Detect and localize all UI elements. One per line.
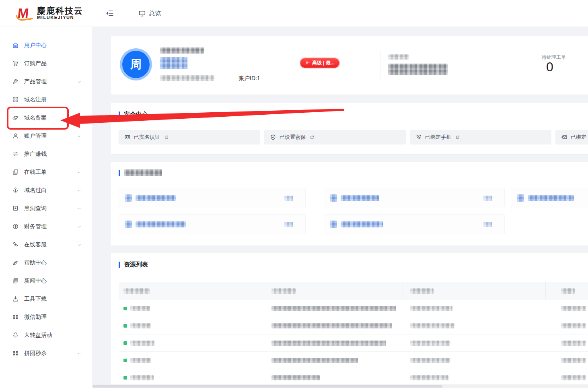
quick-link-icon-redacted [330, 221, 337, 228]
sidebar-item-11[interactable]: 在线客服 [0, 235, 92, 254]
user-icon [12, 132, 19, 139]
sidebar-item-label: 帮助中心 [24, 259, 47, 266]
avatar-initial: 周 [122, 51, 150, 78]
sidebar-item-label: 大转盘活动 [24, 332, 52, 339]
sidebar-item-0[interactable]: 用户中心 [0, 36, 92, 54]
security-item-2[interactable]: 已绑定手机 [410, 130, 551, 144]
horizontal-scrollbar-thumb[interactable] [93, 385, 442, 388]
security-item-label: 已实名认证 [134, 134, 160, 141]
chevron-down-icon [77, 206, 82, 211]
title-accent-bar [119, 262, 120, 268]
sidebar-item-10[interactable]: 财务管理 [0, 217, 92, 235]
sidebar-collapse-icon[interactable] [105, 9, 114, 18]
grid-solid-icon [12, 350, 19, 357]
level-badge-label: 高级 | 最... [312, 60, 335, 66]
horizontal-scrollbar[interactable] [93, 384, 588, 388]
resource-name-cell [119, 317, 264, 334]
title-accent-bar [119, 111, 120, 118]
security-item-label: 已设置密保 [280, 134, 306, 141]
table-header-cell-redacted [264, 282, 403, 300]
sidebar-item-7[interactable]: 在线工单 [0, 163, 92, 181]
security-item-0[interactable]: 已实名认证 [119, 130, 260, 144]
dollar-icon [12, 223, 19, 230]
resource-list-title: 资源列表 [124, 261, 148, 268]
sidebar-item-3[interactable]: 域名注册 [0, 91, 92, 109]
security-item-1[interactable]: 已设置密保 [264, 130, 406, 144]
resource-detail-cell [264, 334, 403, 351]
sidebar-item-13[interactable]: 新闻中心 [0, 272, 92, 290]
mail-icon [561, 134, 567, 140]
sidebar-item-label: 域名过白 [24, 187, 47, 194]
phone-call-icon [415, 134, 422, 140]
table-row[interactable]: 件 [119, 369, 588, 386]
sidebar-item-17[interactable]: 拼团秒杀 [0, 344, 92, 362]
security-item-3[interactable]: 已绑定 [555, 130, 588, 144]
divider [531, 50, 531, 78]
sidebar-item-label: 域名注册 [24, 96, 47, 103]
sidebar-item-label: 账户管理 [24, 132, 47, 140]
pending-tickets-value[interactable]: 0 [546, 60, 553, 74]
table-row[interactable]: 件 [119, 317, 588, 334]
sidebar-item-16[interactable]: 大转盘活动 [0, 326, 92, 344]
contact-label-redacted [388, 54, 409, 60]
sidebar-item-15[interactable]: 微信助理 [0, 308, 92, 326]
service-icon [12, 241, 19, 248]
security-item-label: 已绑定 [571, 134, 586, 141]
anchor-icon [12, 187, 19, 194]
resource-detail-cell [264, 352, 403, 369]
avatar[interactable]: 周 [120, 48, 152, 80]
news-icon [12, 277, 19, 284]
brand-name-cn: 麋鹿科技云 [37, 6, 83, 15]
security-item-label: 已绑定手机 [425, 134, 451, 141]
table-header-cell-redacted [546, 282, 588, 300]
quick-links-card [111, 162, 588, 246]
table-header-cell-redacted [119, 282, 264, 300]
status-dot [123, 307, 127, 310]
quick-link-text-redacted [136, 221, 186, 227]
resource-date-cell [403, 317, 546, 334]
sidebar-item-label: 黑洞查询 [24, 205, 47, 212]
quick-link-redacted[interactable] [324, 214, 505, 234]
quick-link-redacted[interactable] [119, 188, 306, 208]
brand-logo-icon: M [16, 5, 34, 21]
resource-table: 件件件件件 [119, 282, 588, 386]
sidebar-item-12[interactable]: 帮助中心 [0, 254, 92, 272]
quick-link-redacted[interactable] [324, 188, 505, 208]
chevron-down-icon [77, 188, 82, 193]
sidebar-item-14[interactable]: 工具下载 [0, 290, 92, 308]
resource-name-cell [119, 369, 264, 386]
sidebar-item-label: 在线工单 [24, 169, 47, 176]
planet-icon [12, 114, 19, 121]
main-content: 周 账户ID:1 高级 | 最... 待处理工单 0 安全中心 已实名认证已设置… [93, 27, 588, 388]
quick-link-icon-redacted [330, 194, 337, 202]
sidebar-item-4[interactable]: 域名备案 [0, 109, 92, 127]
status-dot [123, 324, 127, 328]
sidebar-item-9[interactable]: 黑洞查询 [0, 199, 92, 217]
sidebar-item-6[interactable]: 推广赚钱 [0, 145, 92, 163]
sidebar-item-8[interactable]: 域名过白 [0, 181, 92, 199]
tab-overview[interactable]: 总览 [138, 10, 161, 17]
brand-logo[interactable]: M 麋鹿科技云 MILUKEJIYUN [16, 5, 83, 21]
sidebar-item-5[interactable]: 账户管理 [0, 127, 92, 145]
quick-link-redacted[interactable] [119, 214, 306, 234]
table-row[interactable]: 件 [119, 352, 588, 369]
quick-link-redacted[interactable] [511, 188, 588, 208]
security-center-card: 安全中心 已实名认证已设置密保已绑定手机已绑定 [111, 103, 588, 154]
chevron-down-icon [77, 242, 82, 247]
external-link-icon [310, 135, 315, 140]
sidebar-item-label: 微信助理 [24, 314, 47, 321]
resource-action-cell: 件 [546, 352, 588, 369]
grid-solid-icon [12, 314, 19, 320]
chevron-down-icon [77, 351, 82, 356]
wrench-icon [12, 78, 19, 85]
user-link-redacted[interactable] [160, 57, 187, 69]
resource-name-cell [119, 334, 264, 351]
level-badge[interactable]: 高级 | 最... [300, 58, 340, 68]
table-row[interactable]: 件 [119, 334, 588, 352]
table-row[interactable]: 件 [119, 300, 588, 317]
grid-icon [12, 96, 19, 103]
sidebar-item-label: 域名备案 [24, 114, 47, 122]
chevron-down-icon [77, 134, 82, 138]
sidebar-item-1[interactable]: 订购产品 [0, 54, 92, 72]
sidebar-item-2[interactable]: 产品管理 [0, 72, 92, 91]
